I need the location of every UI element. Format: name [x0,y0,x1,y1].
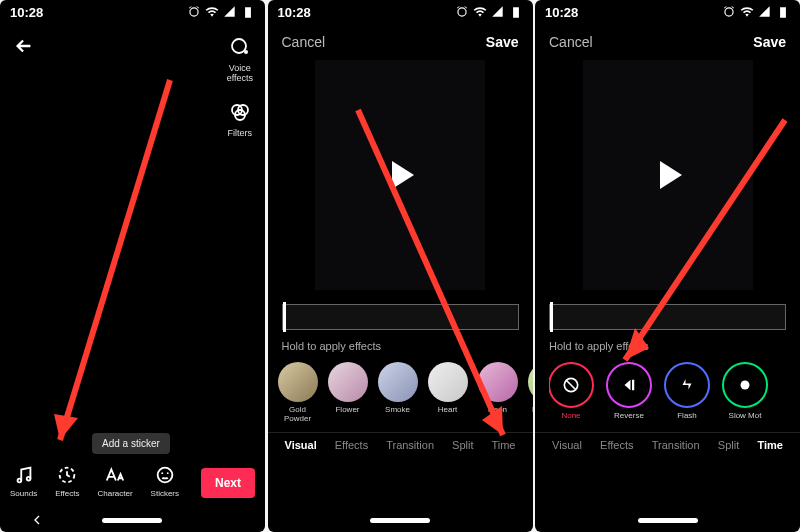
status-time: 10:28 [278,5,311,20]
signal-icon [491,5,505,19]
tab-split[interactable]: Split [452,439,473,451]
save-button[interactable]: Save [486,34,519,50]
filters-button[interactable]: Filters [227,99,253,138]
svg-point-6 [26,477,30,481]
apply-effects-hint: Hold to apply effects [282,340,381,352]
status-icons [455,5,523,19]
flash-icon [664,362,710,408]
tab-visual[interactable]: Visual [285,439,317,451]
timeline-bar[interactable] [282,304,519,330]
sounds-label: Sounds [10,489,37,498]
battery-icon [776,5,790,19]
nav-back-icon[interactable] [29,512,45,528]
effect-label: Flower [335,406,359,422]
voice-effects-button[interactable]: Voice effects [227,34,253,83]
tab-time[interactable]: Time [757,439,782,451]
effect-label: Rainbow [532,406,533,422]
effect-thumb [378,362,418,402]
timeline-cursor[interactable] [550,302,553,332]
add-sticker-tooltip: Add a sticker [92,433,170,454]
tab-transition[interactable]: Transition [386,439,434,451]
effect-category-tabs: Visual Effects Transition Split Time [535,432,800,457]
svg-point-9 [161,472,163,474]
bottom-toolbar: Sounds Effects Character Stickers Next [0,464,265,498]
timeline-bar[interactable] [549,304,786,330]
nav-home-pill[interactable] [638,518,698,523]
tab-split[interactable]: Split [718,439,739,451]
character-label: Character [97,489,132,498]
cancel-button[interactable]: Cancel [549,34,593,50]
video-preview[interactable] [315,60,485,290]
cancel-button[interactable]: Cancel [282,34,326,50]
effect-label: Heart [438,406,458,422]
three-phone-stage: 10:28 Voice effects [0,0,800,532]
effect-neon[interactable]: Neon [476,362,520,422]
effect-none[interactable]: None [549,362,593,428]
effect-thumb [328,362,368,402]
slowmo-icon [722,362,768,408]
status-icons [722,5,790,19]
effect-label: None [561,412,580,428]
spacer [268,456,533,480]
status-icons [187,5,255,19]
play-icon [660,161,682,189]
character-button[interactable]: Character [97,464,132,498]
effect-label: Slow Mot [729,412,762,428]
phone-screen-1: 10:28 Voice effects [0,0,265,532]
status-bar: 10:28 [535,0,800,24]
timeline-cursor[interactable] [283,302,286,332]
status-time: 10:28 [545,5,578,20]
next-button[interactable]: Next [201,468,255,498]
effect-thumb [478,362,518,402]
battery-icon [509,5,523,19]
stickers-button[interactable]: Stickers [151,464,179,498]
editor-header: Cancel Save [535,26,800,58]
effect-gold-powder[interactable]: Gold Powder [276,362,320,422]
back-button[interactable] [12,34,36,58]
android-nav-bar [535,508,800,532]
sounds-button[interactable]: Sounds [10,464,37,498]
wifi-icon [473,5,487,19]
svg-point-10 [167,472,169,474]
effect-label: Neon [488,406,507,422]
editor-header: Cancel Save [268,26,533,58]
tab-effects[interactable]: Effects [600,439,633,451]
svg-point-5 [17,479,21,483]
effect-flower[interactable]: Flower [326,362,370,422]
tab-effects[interactable]: Effects [335,439,368,451]
stickers-label: Stickers [151,489,179,498]
status-time: 10:28 [10,5,43,20]
clock-icon [56,464,78,486]
effects-button[interactable]: Effects [55,464,79,498]
alarm-icon [455,5,469,19]
voice-effects-label: Voice effects [227,63,253,83]
effects-label: Effects [55,489,79,498]
voice-effects-icon [227,34,253,60]
alarm-icon [722,5,736,19]
tab-time[interactable]: Time [491,439,515,451]
save-button[interactable]: Save [753,34,786,50]
nav-home-pill[interactable] [102,518,162,523]
effect-reverse[interactable]: Reverse [607,362,651,428]
effect-heart[interactable]: Heart [426,362,470,422]
svg-point-8 [157,468,172,483]
video-preview[interactable] [583,60,753,290]
nav-home-pill[interactable] [370,518,430,523]
effect-smoke[interactable]: Smoke [376,362,420,422]
arrow-left-icon [13,35,35,57]
svg-point-1 [244,50,248,54]
smiley-icon [154,464,176,486]
effect-flash[interactable]: Flash [665,362,709,428]
phone-screen-2: 10:28 Cancel Save Hold to apply effects … [268,0,533,532]
wifi-icon [205,5,219,19]
effect-thumb [278,362,318,402]
tab-transition[interactable]: Transition [652,439,700,451]
tab-visual[interactable]: Visual [552,439,582,451]
effect-label: Flash [677,412,697,428]
effect-label: Smoke [385,406,410,422]
effect-thumb [428,362,468,402]
status-bar: 10:28 [0,0,265,24]
effect-slow-motion[interactable]: Slow Mot [723,362,767,428]
svg-point-0 [232,39,246,53]
effect-rainbow[interactable]: Rainbow [526,362,533,422]
